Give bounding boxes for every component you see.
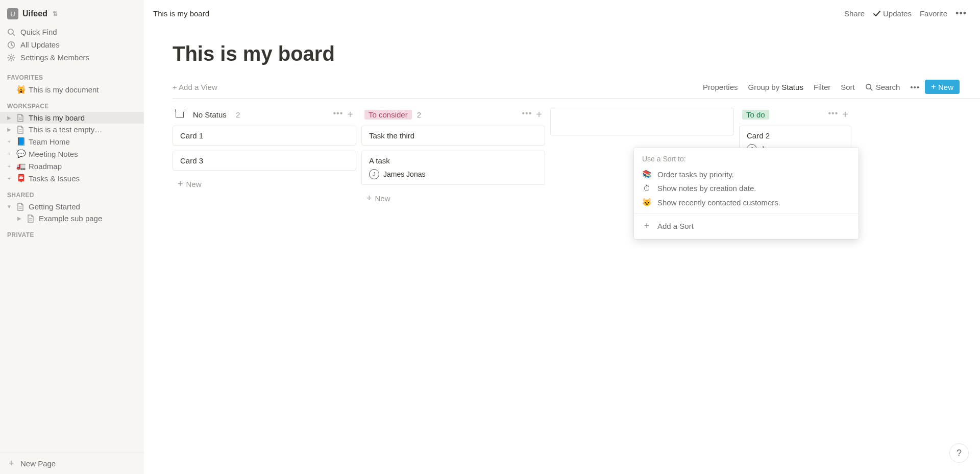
sidebar-item-ws-4[interactable]: +🚛Roadmap <box>0 160 144 172</box>
quick-find[interactable]: Quick Find <box>0 26 144 38</box>
svg-line-5 <box>870 88 872 90</box>
sidebar-item-sh-1[interactable]: ▶Example sub page <box>0 212 144 224</box>
column-add-icon[interactable]: + <box>536 109 542 121</box>
topbar: This is my board Share Updates Favorite … <box>144 0 980 27</box>
status-tag[interactable]: To consider <box>364 110 412 120</box>
sidebar-item-ws-0[interactable]: ▶This is my board <box>0 112 144 124</box>
avatar: J <box>369 169 379 179</box>
sidebar-item-fav-0[interactable]: 🙀This is my document <box>0 83 144 96</box>
card[interactable]: Card 1 <box>173 126 356 146</box>
sort-button[interactable]: Sort <box>836 82 860 92</box>
sidebar-item-ws-1[interactable]: ▶This is a test empty… <box>0 124 144 135</box>
page-icon <box>16 114 26 122</box>
share-button[interactable]: Share <box>840 7 869 20</box>
column-header: To consider2•••+ <box>361 108 545 126</box>
sidebar-item-label: Roadmap <box>29 162 62 171</box>
sort-example-label: Show recently contacted customers. <box>657 198 780 207</box>
sort-example-icon: ⏱ <box>642 184 651 193</box>
page-icon: 🙀 <box>16 85 26 94</box>
card[interactable]: Task the third <box>361 126 545 146</box>
column-count: 2 <box>236 110 240 119</box>
sidebar-item-label: Team Home <box>29 137 70 146</box>
filter-button[interactable]: Filter <box>808 82 836 92</box>
sidebar-item-ws-3[interactable]: +💬Meeting Notes <box>0 148 144 160</box>
new-page-button[interactable]: + New Page <box>0 453 144 474</box>
column-new-button[interactable]: +New <box>361 190 545 207</box>
column-more-icon[interactable]: ••• <box>828 109 839 121</box>
properties-button[interactable]: Properties <box>698 82 743 92</box>
add-sort-label: Add a Sort <box>657 222 694 230</box>
status-tag[interactable]: To do <box>742 110 769 120</box>
help-button[interactable]: ? <box>949 443 969 463</box>
all-updates[interactable]: All Updates <box>0 38 144 51</box>
column-add-icon[interactable]: + <box>842 109 848 121</box>
card-title: Card 1 <box>180 131 349 140</box>
plus-icon: + <box>931 82 936 92</box>
more-icon[interactable]: ••• <box>951 6 971 21</box>
plus-icon[interactable]: + <box>5 176 13 181</box>
sidebar-item-ws-5[interactable]: +📮Tasks & Issues <box>0 172 144 184</box>
add-sort-button[interactable]: + Add a Sort <box>634 218 859 234</box>
column-new-button[interactable]: +New <box>173 176 356 193</box>
plus-icon: + <box>642 221 651 231</box>
card[interactable]: Card 3 <box>173 151 356 171</box>
new-button[interactable]: + New <box>925 80 960 94</box>
plus-icon: + <box>173 83 179 91</box>
add-view-button[interactable]: + Add a View <box>173 83 217 91</box>
workspace-avatar: U <box>7 8 18 19</box>
plus-icon: + <box>7 458 15 469</box>
sidebar-item-ws-2[interactable]: +📘Team Home <box>0 135 144 148</box>
sort-popover: Use a Sort to: 📚Order tasks by priority.… <box>634 148 859 239</box>
page-icon <box>16 126 26 134</box>
settings-members[interactable]: Settings & Members <box>0 51 144 64</box>
card-title: Card 3 <box>180 156 349 165</box>
column-more-icon[interactable]: ••• <box>333 109 344 121</box>
plus-icon: + <box>178 179 183 189</box>
divider <box>634 214 859 214</box>
sidebar-item-label: Example sub page <box>39 214 102 223</box>
status-tag[interactable]: No Status <box>189 110 231 120</box>
private-section-label: PRIVATE <box>0 224 144 241</box>
column-header: To do•••+ <box>739 108 851 126</box>
search-button[interactable]: Search <box>860 82 905 92</box>
board: No Status2•••+Card 1Card 3+NewTo conside… <box>173 99 980 207</box>
sidebar-item-sh-0[interactable]: ▼Getting Started <box>0 201 144 212</box>
workspace-name: Uifeed <box>22 9 47 18</box>
column-count: 2 <box>417 110 421 119</box>
plus-icon[interactable]: + <box>5 163 13 169</box>
workspace-section-label: WORKSPACE <box>0 96 144 112</box>
favorite-button[interactable]: Favorite <box>916 7 951 20</box>
board-column-no_status: No Status2•••+Card 1Card 3+New <box>173 108 356 207</box>
sidebar-item-label: Getting Started <box>29 202 80 211</box>
chevron-right-icon[interactable]: ▶ <box>5 127 13 132</box>
card[interactable]: A taskJJames Jonas <box>361 151 545 185</box>
column-add-icon[interactable]: + <box>347 109 353 121</box>
check-icon <box>873 10 881 18</box>
toolbar-more-icon[interactable]: ••• <box>905 82 925 92</box>
sort-example-2: 😺Show recently contacted customers. <box>634 195 859 209</box>
chevron-right-icon[interactable]: ▶ <box>15 216 23 221</box>
all-updates-label: All Updates <box>20 40 60 49</box>
page-icon <box>16 203 26 211</box>
card[interactable] <box>550 108 734 135</box>
page-title[interactable]: This is my board <box>173 42 980 80</box>
page-icon: 🚛 <box>16 161 26 171</box>
gear-icon <box>7 54 15 62</box>
sort-popover-header: Use a Sort to: <box>634 153 859 167</box>
plus-icon[interactable]: + <box>5 151 13 157</box>
plus-icon: + <box>366 193 372 204</box>
column-more-icon[interactable]: ••• <box>522 109 532 121</box>
svg-point-3 <box>10 56 12 58</box>
updates-button[interactable]: Updates <box>869 7 916 20</box>
workspace-switcher[interactable]: U Uifeed ⇅ <box>0 5 144 22</box>
breadcrumb[interactable]: This is my board <box>153 9 209 18</box>
search-icon <box>7 28 15 36</box>
chevron-right-icon[interactable]: ▶ <box>5 115 13 121</box>
svg-line-1 <box>13 34 15 36</box>
chevron-down-icon[interactable]: ▼ <box>5 204 13 209</box>
database-toolbar: + Add a View Properties Group by Status … <box>173 80 980 99</box>
plus-icon[interactable]: + <box>5 139 13 145</box>
sidebar-item-label: This is a test empty… <box>29 125 102 134</box>
sidebar-item-label: Meeting Notes <box>29 150 78 158</box>
group-by-button[interactable]: Group by Status <box>743 82 808 92</box>
